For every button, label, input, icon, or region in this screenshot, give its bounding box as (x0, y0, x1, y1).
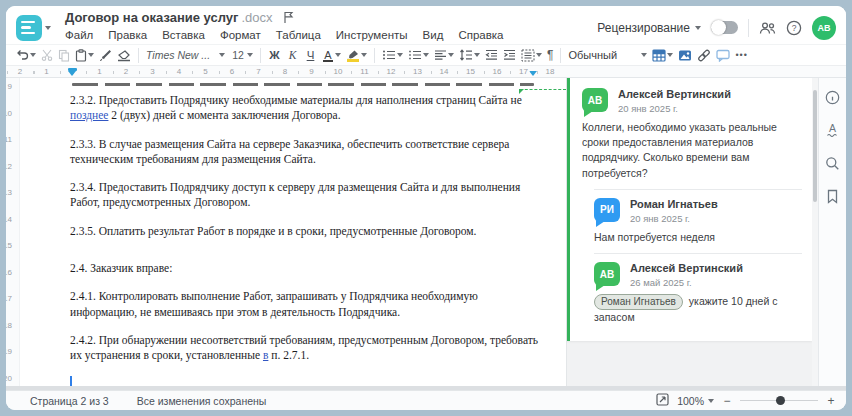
undo-caret-icon[interactable] (30, 53, 36, 57)
ruler-number: 11 (358, 67, 370, 76)
increase-indent-button[interactable] (501, 46, 518, 64)
comment-date: 26 май 2025 г. (630, 277, 743, 288)
decrease-indent-button[interactable] (483, 46, 500, 64)
zoom-slider[interactable] (740, 400, 818, 401)
cut-button[interactable] (39, 46, 55, 64)
zoom-level-value: 100% (677, 395, 704, 407)
ruler-number: 2 (122, 67, 130, 76)
collaborators-icon[interactable] (759, 21, 776, 35)
undo-button[interactable] (14, 46, 38, 64)
font-color-button[interactable]: А (320, 46, 343, 64)
nonprinting-characters-button[interactable]: ¶ (545, 46, 555, 64)
help-icon[interactable]: ? (786, 20, 802, 36)
font-color-caret-icon[interactable] (335, 53, 341, 57)
font-name-select[interactable]: Times New ... (144, 46, 227, 64)
font-size-select[interactable]: 12 (228, 46, 255, 64)
content-area: 91011121314151617181920 2.3.2. Предостав… (6, 78, 846, 386)
paragraph-settings-button[interactable] (519, 46, 544, 64)
vertical-ruler-number: 18 (6, 321, 12, 330)
insert-comment-button[interactable] (714, 46, 732, 64)
paragraph-style-select[interactable]: Обычный (566, 46, 649, 64)
line-spacing-caret-icon[interactable] (474, 53, 480, 57)
review-toggle[interactable] (711, 21, 738, 34)
paragraph[interactable]: 2.4.1. Контролировать выполнение Работ, … (70, 289, 558, 320)
font-size-value: 12 (230, 49, 246, 61)
align-button[interactable] (432, 46, 456, 64)
comment-thread[interactable]: АВАлексей Вертинский20 янв 2025 г.Коллег… (567, 78, 812, 341)
menu-item-2[interactable]: Вставка (162, 29, 205, 41)
numbered-list-caret-icon[interactable] (423, 53, 429, 57)
vertical-ruler-number: 11 (6, 135, 12, 144)
paragraph[interactable]: 2.4. Заказчик вправе: (70, 261, 558, 276)
copy-button[interactable] (56, 46, 72, 64)
table-caret-icon[interactable] (667, 53, 673, 57)
comment-reply[interactable]: РИРоман Игнатьев20 янв 2025 г.Нам потреб… (594, 198, 802, 245)
comment[interactable]: АВАлексей Вертинский20 янв 2025 г.Коллег… (582, 88, 802, 181)
horizontal-ruler[interactable]: 21123456789101112131415161718 (6, 65, 846, 78)
fit-page-icon[interactable] (656, 393, 669, 408)
menu-item-1[interactable]: Правка (108, 29, 147, 41)
vertical-scrollbar[interactable] (812, 78, 818, 386)
bookmark-icon[interactable] (823, 187, 843, 205)
vertical-ruler[interactable]: 91011121314151617181920 (6, 78, 20, 386)
format-painter-button[interactable] (97, 46, 114, 64)
paste-caret-icon[interactable] (88, 53, 94, 57)
highlight-color-button[interactable] (344, 46, 369, 64)
insert-table-button[interactable] (650, 46, 675, 64)
insert-image-button[interactable] (676, 46, 694, 64)
paragraph[interactable]: 2.3.5. Оплатить результат Работ в порядк… (70, 224, 558, 239)
mention-chip[interactable]: Роман Игнатьев (594, 294, 683, 310)
scrollbar-thumb[interactable] (813, 90, 817, 202)
zoom-in-button[interactable]: + (826, 394, 836, 408)
vertical-ruler-number: 15 (6, 241, 12, 250)
toolbar-more-button[interactable]: ••• (733, 46, 749, 64)
italic-button[interactable]: К (284, 46, 301, 64)
user-avatar[interactable]: АВ (812, 16, 836, 40)
paragraph-settings-caret-icon[interactable] (536, 53, 542, 57)
clear-style-button[interactable] (115, 46, 133, 64)
highlight-caret-icon[interactable] (361, 53, 367, 57)
info-icon[interactable] (823, 88, 843, 106)
bullet-list-caret-icon[interactable] (397, 53, 403, 57)
bold-button[interactable]: Ж (266, 46, 283, 64)
paragraph[interactable]: 2.3.3. В случае размещения Сайта на серв… (70, 137, 558, 168)
paragraph-style-value: Обычный (568, 49, 640, 61)
indent-marker-left[interactable] (68, 68, 77, 76)
ruler-number: 3 (148, 67, 156, 76)
page-indicator[interactable]: Страница 2 из 3 (30, 395, 109, 407)
zoom-level-select[interactable]: 100% (677, 395, 714, 407)
ruler-number: 4 (175, 67, 183, 76)
flag-icon[interactable] (283, 11, 294, 24)
logo-menu-caret-icon[interactable] (45, 26, 51, 30)
zoom-out-button[interactable]: − (722, 394, 732, 408)
bullet-list-button[interactable] (380, 46, 405, 64)
review-mode-button[interactable]: Рецензирование (597, 21, 701, 35)
menu-item-6[interactable]: Вид (423, 29, 444, 41)
menu-item-5[interactable]: Инструменты (336, 29, 408, 41)
underline-button[interactable]: Ч (302, 46, 319, 64)
paste-button[interactable] (73, 46, 96, 64)
paragraph[interactable]: 2.4.2. При обнаружении несоответствий тр… (70, 333, 558, 364)
font-color-label: А (322, 49, 334, 61)
line-spacing-button[interactable] (457, 46, 482, 64)
paragraph[interactable]: 2.3.2. Предоставить Подрядчику необходим… (70, 93, 558, 124)
comment-anchor-connector (520, 89, 566, 90)
menu-item-3[interactable]: Формат (220, 29, 261, 41)
menu-item-0[interactable]: Файл (65, 29, 93, 41)
ruler-number: 10 (332, 67, 345, 76)
align-caret-icon[interactable] (448, 53, 454, 57)
document-title: Договор на оказание услуг (65, 10, 238, 25)
indent-marker-right[interactable] (529, 71, 538, 76)
search-icon[interactable] (823, 154, 843, 172)
zoom-slider-knob[interactable] (776, 396, 785, 405)
app-logo-icon[interactable] (16, 15, 42, 41)
insert-link-button[interactable] (695, 46, 713, 64)
menu-item-4[interactable]: Таблица (276, 29, 321, 41)
spellcheck-icon[interactable]: А (823, 121, 843, 139)
menu-item-7[interactable]: Справка (458, 29, 503, 41)
numbered-list-button[interactable] (406, 46, 431, 64)
document-page[interactable]: 2.3.2. Предоставить Подрядчику необходим… (20, 78, 566, 386)
paragraph[interactable]: 2.3.4. Предоставить Подрядчику доступ к … (70, 180, 558, 211)
comment-date: 20 янв 2025 г. (630, 213, 718, 224)
comment-reply[interactable]: АВАлексей Вертинский26 май 2025 г.Роман … (594, 262, 802, 325)
